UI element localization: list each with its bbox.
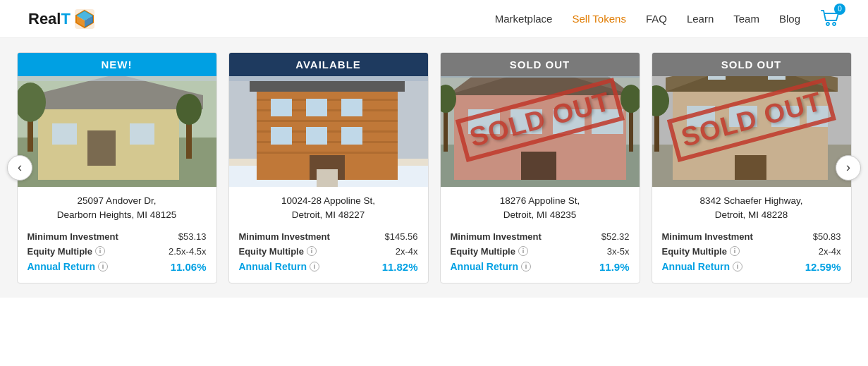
card-badge-2: AVAILABLE <box>229 53 428 76</box>
svg-rect-33 <box>341 99 362 116</box>
annual-label-4: Annual Return i <box>662 261 742 272</box>
nav-blog[interactable]: Blog <box>779 13 800 25</box>
carousel-section: ‹ NEW! <box>0 38 868 298</box>
card-image-3: SOLD OUT <box>441 53 640 187</box>
nav-marketplace[interactable]: Marketplace <box>495 13 553 25</box>
equity-label-3: Equity Multiple i <box>451 246 528 257</box>
svg-rect-52 <box>629 109 633 152</box>
min-invest-value-4: $50.83 <box>813 231 841 242</box>
card-min-invest-row-4: Minimum Investment $50.83 <box>662 231 841 242</box>
carousel-arrow-right[interactable]: › <box>836 155 861 181</box>
arrow-right-icon: › <box>846 160 850 175</box>
annual-info-icon-2[interactable]: i <box>310 262 319 272</box>
card-annual-row-2: Annual Return i 11.82% <box>239 261 418 273</box>
svg-rect-49 <box>521 152 556 180</box>
svg-point-17 <box>176 94 202 125</box>
card-image-1: NEW! <box>18 53 216 187</box>
logo-cube-icon <box>73 8 96 30</box>
svg-rect-26 <box>257 120 398 122</box>
card-body-2: 10024-28 Appoline St, Detroit, MI 48227 … <box>229 187 428 283</box>
card-min-invest-row-2: Minimum Investment $145.56 <box>239 231 418 242</box>
carousel-arrow-left[interactable]: ‹ <box>7 155 32 181</box>
card-equity-row-3: Equity Multiple i 3x-5x <box>451 246 630 257</box>
svg-rect-50 <box>444 109 448 152</box>
card-annual-row-4: Annual Return i 12.59% <box>662 261 841 273</box>
svg-point-6 <box>833 23 836 25</box>
property-card-3[interactable]: SOLD OUT <box>440 52 640 283</box>
equity-label-1: Equity Multiple i <box>27 246 105 257</box>
nav: Marketplace Sell Tokens FAQ Learn Team B… <box>495 8 840 30</box>
svg-rect-67 <box>654 113 659 152</box>
equity-info-icon-1[interactable]: i <box>95 246 105 256</box>
cart-count: 0 <box>834 4 845 15</box>
card-address-1: 25097 Andover Dr, Dearborn Heights, MI 4… <box>27 194 207 223</box>
annual-label-3: Annual Return i <box>451 261 531 272</box>
card-address-2: 10024-28 Appoline St, Detroit, MI 48227 <box>239 194 418 223</box>
annual-info-icon-4[interactable]: i <box>733 262 742 272</box>
card-badge-1: NEW! <box>18 53 216 76</box>
annual-value-1: 11.06% <box>171 261 207 273</box>
equity-value-4: 2x-4x <box>819 246 841 257</box>
equity-value-3: 3x-5x <box>607 246 630 257</box>
annual-value-4: 12.59% <box>805 261 841 273</box>
card-annual-row-3: Annual Return i 11.9% <box>451 261 630 273</box>
min-invest-label-3: Minimum Investment <box>451 231 542 242</box>
svg-point-5 <box>826 23 829 25</box>
annual-label-2: Annual Return i <box>239 261 319 272</box>
annual-value-3: 11.9% <box>599 261 630 273</box>
logo-text-real: Real <box>28 10 61 28</box>
svg-rect-35 <box>306 127 327 145</box>
card-body-1: 25097 Andover Dr, Dearborn Heights, MI 4… <box>18 187 216 283</box>
svg-rect-66 <box>735 155 766 180</box>
cards-container: NEW! <box>35 52 833 283</box>
svg-rect-12 <box>52 123 77 145</box>
logo: RealT <box>28 8 96 30</box>
card-badge-4: SOLD OUT <box>652 53 851 76</box>
equity-info-icon-3[interactable]: i <box>518 246 528 256</box>
annual-info-icon-3[interactable]: i <box>521 262 531 272</box>
nav-sell-tokens[interactable]: Sell Tokens <box>572 13 625 25</box>
card-equity-row-4: Equity Multiple i 2x-4x <box>662 246 841 257</box>
annual-info-icon-1[interactable]: i <box>98 262 108 272</box>
equity-info-icon-4[interactable]: i <box>730 246 740 256</box>
svg-rect-13 <box>130 123 154 145</box>
logo-text-t: T <box>61 10 70 28</box>
min-invest-label-4: Minimum Investment <box>662 231 753 242</box>
svg-rect-11 <box>87 130 116 166</box>
equity-label-2: Equity Multiple i <box>239 246 317 257</box>
annual-label-1: Annual Return i <box>27 261 108 272</box>
card-address-3: 18276 Appoline St, Detroit, MI 48235 <box>451 194 630 223</box>
card-min-invest-row-1: Minimum Investment $53.13 <box>27 231 207 242</box>
svg-rect-30 <box>250 81 405 92</box>
card-body-3: 18276 Appoline St, Detroit, MI 48235 Min… <box>441 187 640 283</box>
card-address-4: 8342 Schaefer Highway, Detroit, MI 48228 <box>662 194 841 223</box>
svg-rect-34 <box>271 127 292 145</box>
header: RealT Marketplace Sell Tokens FAQ Learn … <box>0 0 868 38</box>
nav-learn[interactable]: Learn <box>687 13 714 25</box>
equity-label-4: Equity Multiple i <box>662 246 740 257</box>
card-annual-row-1: Annual Return i 11.06% <box>27 261 207 273</box>
svg-rect-38 <box>317 169 338 187</box>
min-invest-value-3: $52.32 <box>601 231 630 242</box>
min-invest-label-1: Minimum Investment <box>27 231 118 242</box>
card-image-2: AVAILABLE <box>229 53 428 187</box>
svg-rect-16 <box>186 123 192 159</box>
cart-button[interactable]: 0 <box>820 8 840 30</box>
nav-team[interactable]: Team <box>733 13 759 25</box>
arrow-left-icon: ‹ <box>18 160 22 175</box>
nav-faq[interactable]: FAQ <box>646 13 667 25</box>
min-invest-label-2: Minimum Investment <box>239 231 330 242</box>
svg-rect-31 <box>271 99 292 116</box>
card-badge-3: SOLD OUT <box>441 53 640 76</box>
min-invest-value-2: $145.56 <box>385 231 418 242</box>
min-invest-value-1: $53.13 <box>178 231 207 242</box>
card-min-invest-row-3: Minimum Investment $52.32 <box>451 231 630 242</box>
card-body-4: 8342 Schaefer Highway, Detroit, MI 48228… <box>652 187 851 283</box>
equity-value-1: 2.5x-4.5x <box>169 246 206 257</box>
property-card-1[interactable]: NEW! <box>17 52 217 283</box>
property-card-4[interactable]: SOLD OUT <box>652 52 852 283</box>
property-card-2[interactable]: AVAILABLE <box>228 52 429 283</box>
annual-value-2: 11.82% <box>382 261 418 273</box>
svg-rect-29 <box>257 152 398 154</box>
equity-info-icon-2[interactable]: i <box>307 246 317 256</box>
